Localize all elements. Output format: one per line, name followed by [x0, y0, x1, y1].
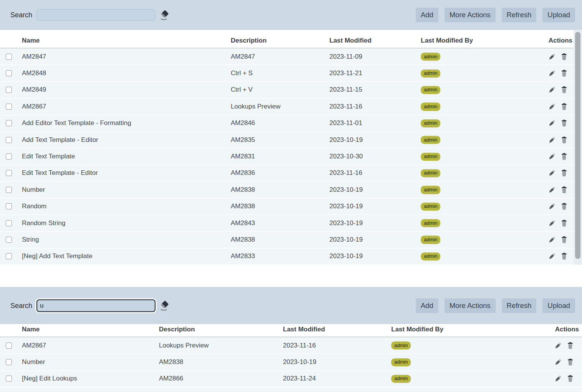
cell-description: AM2847 [231, 53, 255, 61]
refresh-button[interactable]: Refresh [502, 298, 537, 313]
cell-name: AM2848 [22, 69, 46, 77]
user-badge: admin [391, 375, 411, 383]
row-checkbox[interactable] [6, 187, 12, 193]
delete-icon[interactable] [566, 341, 574, 349]
search-input-focused[interactable] [36, 299, 155, 312]
column-header-actions: Actions [555, 326, 579, 333]
table-row[interactable]: AM2867 Lookups Preview 2023-11-16 admin [0, 338, 582, 354]
delete-icon[interactable] [560, 102, 568, 110]
user-badge: admin [421, 69, 440, 77]
column-header-name[interactable]: Name [22, 326, 40, 333]
row-checkbox[interactable] [6, 170, 12, 176]
table-row[interactable]: Add Editor Text Template - Formatting AM… [0, 115, 574, 132]
scrollbar-thumb[interactable] [575, 32, 580, 259]
table-row[interactable]: Edit Text Template - Editor AM2836 2023-… [0, 165, 574, 182]
row-checkbox[interactable] [6, 54, 12, 60]
row-checkbox[interactable] [6, 203, 12, 209]
table-row[interactable]: AM2849 Ctrl + V 2023-11-15 admin [0, 82, 574, 99]
edit-icon[interactable] [548, 169, 556, 177]
user-badge: admin [421, 186, 440, 194]
upload-button[interactable]: Upload [542, 8, 575, 22]
edit-icon[interactable] [548, 252, 556, 260]
column-header-last-modified[interactable]: Last Modified [329, 37, 372, 44]
table-row[interactable]: Edit Text Template AM2831 2023-10-30 adm… [0, 148, 574, 165]
column-header-description[interactable]: Description [231, 37, 267, 44]
search-input[interactable] [36, 9, 155, 21]
edit-icon[interactable] [548, 236, 556, 244]
table-row[interactable]: [Neg] Add Text Template AM2833 2023-10-1… [0, 249, 574, 265]
more-actions-button[interactable]: More Actions [445, 8, 496, 22]
eraser-icon[interactable] [160, 10, 170, 20]
edit-icon[interactable] [548, 153, 556, 161]
cell-last-modified-by: admin [421, 169, 440, 178]
row-checkbox[interactable] [6, 87, 12, 93]
edit-icon[interactable] [554, 375, 562, 383]
column-header-last-modified-by[interactable]: Last Modified By [391, 326, 443, 333]
add-button[interactable]: Add [416, 8, 438, 22]
edit-icon[interactable] [554, 358, 562, 366]
edit-icon[interactable] [548, 119, 556, 127]
edit-icon[interactable] [548, 203, 556, 211]
upload-button[interactable]: Upload [542, 298, 575, 313]
user-badge: admin [421, 136, 440, 144]
table-row[interactable]: String AM2838 2023-10-19 admin [0, 232, 574, 248]
add-button[interactable]: Add [416, 298, 438, 313]
row-checkbox[interactable] [6, 359, 12, 365]
column-header-last-modified[interactable]: Last Modified [283, 326, 325, 333]
table-row[interactable]: Number AM2838 2023-10-19 admin [0, 182, 574, 198]
table-row[interactable]: AM2867 Lookups Preview 2023-11-16 admin [0, 99, 574, 115]
delete-icon[interactable] [560, 136, 568, 144]
edit-icon[interactable] [554, 341, 562, 349]
column-header-name[interactable]: Name [22, 37, 40, 44]
delete-icon[interactable] [560, 203, 568, 211]
table-row[interactable]: Add Text Template - Editor AM2835 2023-1… [0, 132, 574, 148]
row-checkbox[interactable] [6, 104, 12, 110]
delete-icon[interactable] [566, 375, 574, 383]
eraser-icon[interactable] [160, 300, 170, 311]
table-row[interactable]: Random String AM2843 2023-10-19 admin [0, 215, 574, 232]
row-checkbox[interactable] [6, 70, 12, 76]
delete-icon[interactable] [560, 252, 568, 260]
cell-last-modified-by: admin [421, 136, 440, 144]
delete-icon[interactable] [560, 69, 568, 77]
row-checkbox[interactable] [6, 237, 12, 243]
delete-icon[interactable] [560, 169, 568, 177]
delete-icon[interactable] [560, 53, 568, 61]
edit-icon[interactable] [548, 86, 556, 94]
row-checkbox[interactable] [6, 343, 12, 349]
edit-icon[interactable] [548, 186, 556, 194]
edit-icon[interactable] [548, 219, 556, 227]
edit-icon[interactable] [548, 53, 556, 61]
row-actions [554, 341, 574, 349]
search-label: Search [10, 11, 32, 19]
row-checkbox[interactable] [6, 153, 12, 160]
delete-icon[interactable] [560, 86, 568, 94]
row-actions [548, 119, 568, 127]
row-checkbox[interactable] [6, 220, 12, 226]
column-header-last-modified-by[interactable]: Last Modified By [421, 37, 473, 44]
table-row[interactable]: Number AM2838 2023-10-19 admin [0, 354, 582, 371]
delete-icon[interactable] [560, 186, 568, 194]
row-checkbox[interactable] [6, 137, 12, 143]
row-checkbox[interactable] [6, 376, 12, 382]
delete-icon[interactable] [560, 119, 568, 127]
delete-icon[interactable] [566, 358, 574, 366]
delete-icon[interactable] [560, 153, 568, 161]
table-body-bottom: AM2867 Lookups Preview 2023-11-16 admin … [0, 338, 582, 387]
edit-icon[interactable] [548, 69, 556, 77]
edit-icon[interactable] [548, 102, 556, 110]
refresh-button[interactable]: Refresh [502, 8, 537, 22]
delete-icon[interactable] [560, 236, 568, 244]
table-row[interactable]: Random AM2838 2023-10-19 admin [0, 199, 574, 215]
delete-icon[interactable] [560, 219, 568, 227]
row-actions [548, 86, 568, 94]
table-row[interactable]: AM2847 AM2847 2023-11-09 admin [0, 49, 574, 65]
edit-icon[interactable] [548, 136, 556, 144]
more-actions-button[interactable]: More Actions [445, 298, 496, 313]
row-checkbox[interactable] [6, 120, 12, 126]
table-row[interactable]: [Neg] Edit Lookups AM2866 2023-11-24 adm… [0, 371, 582, 387]
row-checkbox[interactable] [6, 253, 12, 259]
search-group-top: Search [10, 9, 170, 21]
column-header-description[interactable]: Description [159, 326, 195, 333]
table-row[interactable]: AM2848 Ctrl + S 2023-11-21 admin [0, 65, 574, 82]
